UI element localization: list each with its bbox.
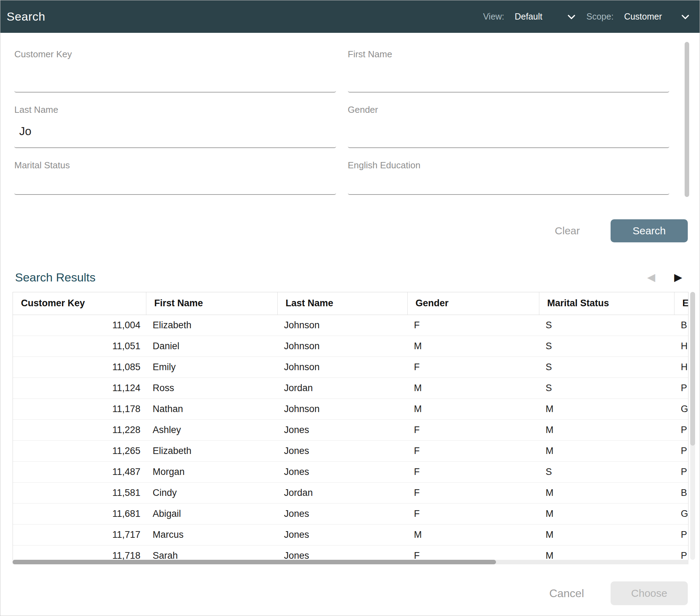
table-cell: Nathan <box>146 398 277 419</box>
table-row[interactable]: 11,581CindyJordanFMB <box>13 482 688 503</box>
field-label: Gender <box>348 104 670 115</box>
table-row[interactable]: 11,265ElizabethJonesFMP <box>13 440 688 461</box>
table-cell: Sarah <box>146 545 277 560</box>
table-cell: M <box>539 545 674 560</box>
column-header[interactable]: Last Name <box>277 292 407 315</box>
field-label: English Education <box>348 160 670 170</box>
dialog-footer: Cancel Choose <box>0 581 700 605</box>
last-name-input[interactable] <box>14 115 336 148</box>
table-cell: 11,051 <box>13 336 146 357</box>
field-label: First Name <box>348 49 670 59</box>
table-cell: F <box>407 482 539 503</box>
table-cell: 11,085 <box>13 357 146 377</box>
results-horizontal-scrollbar-thumb[interactable] <box>13 560 496 564</box>
table-cell: Jones <box>277 461 407 482</box>
table-cell: M <box>407 377 539 398</box>
results-header-row: Customer KeyFirst NameLast NameGenderMar… <box>13 292 688 315</box>
table-cell: F <box>407 440 539 461</box>
column-header[interactable]: Customer Key <box>13 292 146 315</box>
table-cell: S <box>539 461 674 482</box>
table-cell: Jones <box>277 545 407 560</box>
english-education-input[interactable] <box>348 170 670 195</box>
next-page-icon[interactable]: ▶ <box>674 270 682 285</box>
table-cell: 11,228 <box>13 419 146 440</box>
table-cell: Johnson <box>277 315 407 336</box>
table-cell: M <box>407 524 539 545</box>
form-scrollbar[interactable] <box>685 42 689 197</box>
view-select[interactable]: Default <box>515 12 542 22</box>
table-row[interactable]: 11,717MarcusJonesMMP <box>13 524 688 545</box>
table-cell: G <box>674 398 688 419</box>
table-row[interactable]: 11,487MorganJonesFSP <box>13 461 688 482</box>
table-cell: F <box>407 545 539 560</box>
table-cell: S <box>539 336 674 357</box>
table-cell: M <box>539 503 674 524</box>
table-cell: M <box>539 398 674 419</box>
table-cell: Jordan <box>277 482 407 503</box>
search-dialog: Search View: Default Scope: Customer Cus… <box>0 0 700 616</box>
table-row[interactable]: 11,178NathanJohnsonMMG <box>13 398 688 419</box>
results-horizontal-scrollbar[interactable] <box>13 560 688 564</box>
table-row[interactable]: 11,051DanielJohnsonMSH <box>13 336 688 357</box>
previous-page-icon[interactable]: ◀ <box>647 270 655 285</box>
marital-status-input[interactable] <box>14 170 336 195</box>
search-button[interactable]: Search <box>611 219 688 242</box>
clear-button[interactable]: Clear <box>555 225 580 237</box>
table-cell: M <box>539 524 674 545</box>
table-cell: Jordan <box>277 377 407 398</box>
field-label: Customer Key <box>14 49 336 59</box>
results-pager: ◀ ▶ <box>647 270 682 285</box>
column-header[interactable]: E <box>674 292 688 315</box>
results-table-body: 11,004ElizabethJohnsonFSB11,051DanielJoh… <box>13 315 688 560</box>
form-scrollbar-thumb[interactable] <box>685 42 689 197</box>
chevron-down-icon[interactable] <box>680 12 691 22</box>
column-header[interactable]: Marital Status <box>539 292 674 315</box>
results-table-zone: Customer KeyFirst NameLast NameGenderMar… <box>13 292 700 560</box>
table-cell: P <box>674 545 688 560</box>
dialog-titlebar: Search View: Default Scope: Customer <box>0 0 700 33</box>
table-cell: P <box>674 524 688 545</box>
scope-label: Scope: <box>586 12 614 22</box>
results-vertical-scrollbar[interactable] <box>690 292 695 560</box>
table-row[interactable]: 11,681AbigailJonesFMG <box>13 503 688 524</box>
table-cell: F <box>407 315 539 336</box>
table-cell: Daniel <box>146 336 277 357</box>
table-row[interactable]: 11,228AshleyJonesFMP <box>13 419 688 440</box>
table-cell: Ashley <box>146 419 277 440</box>
table-cell: F <box>407 419 539 440</box>
table-row[interactable]: 11,085EmilyJohnsonFSH <box>13 357 688 377</box>
table-cell: S <box>539 357 674 377</box>
search-form: Customer Key First Name Last Name Gender… <box>0 33 700 200</box>
table-cell: B <box>674 315 688 336</box>
table-cell: M <box>539 482 674 503</box>
customer-key-input[interactable] <box>14 59 336 93</box>
choose-button[interactable]: Choose <box>611 581 688 605</box>
table-cell: M <box>407 398 539 419</box>
gender-input[interactable] <box>348 115 670 148</box>
column-header[interactable]: First Name <box>146 292 277 315</box>
results-vertical-scrollbar-thumb[interactable] <box>690 292 695 446</box>
cancel-button[interactable]: Cancel <box>549 587 584 600</box>
table-cell: 11,265 <box>13 440 146 461</box>
table-row[interactable]: 11,004ElizabethJohnsonFSB <box>13 315 688 336</box>
scope-select[interactable]: Customer <box>624 12 662 22</box>
table-row[interactable]: 11,124RossJordanMSP <box>13 377 688 398</box>
table-cell: 11,717 <box>13 524 146 545</box>
field-first-name: First Name <box>348 49 670 93</box>
table-cell: Elizabeth <box>146 440 277 461</box>
form-grid: Customer Key First Name Last Name Gender… <box>14 49 669 200</box>
table-cell: M <box>407 336 539 357</box>
field-english-education: English Education <box>348 160 670 195</box>
chevron-down-icon[interactable] <box>566 12 577 22</box>
results-title: Search Results <box>15 271 96 284</box>
field-label: Marital Status <box>14 160 336 170</box>
table-cell: 11,718 <box>13 545 146 560</box>
table-cell: F <box>407 503 539 524</box>
table-cell: 11,681 <box>13 503 146 524</box>
table-cell: Johnson <box>277 398 407 419</box>
column-header[interactable]: Gender <box>407 292 539 315</box>
first-name-input[interactable] <box>348 59 670 93</box>
table-cell: Johnson <box>277 336 407 357</box>
table-row[interactable]: 11,718SarahJonesFMP <box>13 545 688 560</box>
table-cell: M <box>539 419 674 440</box>
